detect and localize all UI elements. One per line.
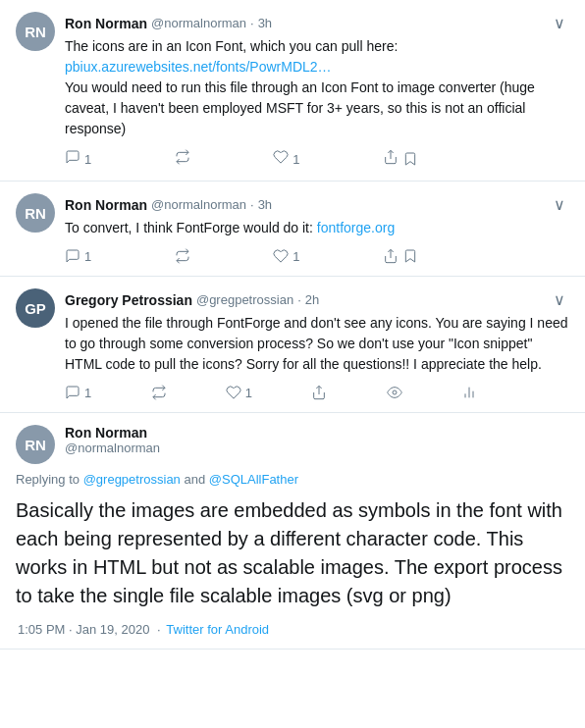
analytics-action-3[interactable] <box>461 385 477 400</box>
seen-action-3 <box>387 385 402 400</box>
tweet-handle-2: @normalnorman <box>151 197 246 212</box>
reply-icon-1 <box>65 149 80 169</box>
reply-action-2[interactable]: 1 <box>65 248 91 264</box>
tweet-content-3: Gregory Petrossian @gregpetrossian · 2h … <box>65 288 569 400</box>
tweet-header-1: Ron Norman @normalnorman · 3h ∨ <box>65 12 569 34</box>
replying-and: and <box>181 472 209 487</box>
seen-icon-3 <box>387 385 402 400</box>
tweet-timestamp: 1:05 PM · Jan 19, 2020 <box>18 622 149 637</box>
tweet-meta-3: Gregory Petrossian @gregpetrossian · 2h <box>65 292 319 308</box>
svg-point-3 <box>393 390 397 394</box>
reply-count-2: 1 <box>84 249 91 264</box>
retweet-icon-3 <box>151 385 167 400</box>
tweet-source-link[interactable]: Twitter for Android <box>166 622 269 637</box>
tweet-dot-1: · <box>250 16 254 30</box>
share-icon-1 <box>383 149 399 169</box>
large-tweet: RN Ron Norman @normalnorman Replying to … <box>0 413 585 650</box>
tweet-link-1[interactable]: pbiux.azurewebsites.net/fonts/PowrMDL2… <box>65 59 332 75</box>
replying-to-label: Replying to @gregpetrossian and @SQLAllF… <box>16 472 569 487</box>
reply-count-1: 1 <box>84 152 91 167</box>
tweet-text-1: The icons are in an Icon Font, which you… <box>65 36 569 139</box>
reply-icon-2 <box>65 248 80 264</box>
footer-dot: · <box>157 622 164 637</box>
like-count-1: 1 <box>292 152 299 167</box>
reply-action-1[interactable]: 1 <box>65 149 91 169</box>
tweet-text-3: I opened the file through FontForge and … <box>65 313 569 375</box>
tweet-menu-btn-1[interactable]: ∨ <box>550 12 569 34</box>
tweet-time-1: 3h <box>258 16 272 30</box>
tweet-menu-btn-3[interactable]: ∨ <box>550 288 569 311</box>
tweet-time-2: 3h <box>258 197 272 212</box>
like-icon-1 <box>273 149 289 169</box>
bookmark-icon-2 <box>402 248 418 264</box>
share-action-1[interactable] <box>383 149 418 169</box>
tweet-username-3: Gregory Petrossian <box>65 292 192 308</box>
avatar-gp: GP <box>16 288 55 328</box>
tweet-actions-1: 1 1 <box>65 149 418 169</box>
like-action-3[interactable]: 1 <box>226 385 252 400</box>
share-action-2[interactable] <box>383 248 418 264</box>
like-icon-2 <box>273 248 289 264</box>
analytics-icon-3 <box>461 385 477 400</box>
tweet-actions-2: 1 1 <box>65 248 418 264</box>
tweet-content-1: Ron Norman @normalnorman · 3h ∨ The icon… <box>65 12 569 169</box>
tweet-handle-3: @gregpetrossian <box>196 292 293 307</box>
replying-link-1[interactable]: @gregpetrossian <box>83 472 181 487</box>
reply-count-3: 1 <box>84 386 91 400</box>
tweet-header-3: Gregory Petrossian @gregpetrossian · 2h … <box>65 288 569 311</box>
tweet-menu-btn-2[interactable]: ∨ <box>550 193 569 216</box>
replying-to-text: Replying to <box>16 472 83 487</box>
tweet-time-3: 2h <box>305 292 319 307</box>
retweet-action-2[interactable] <box>175 248 190 264</box>
tweet-dot-3: · <box>297 292 301 307</box>
share-action-3[interactable] <box>311 385 327 400</box>
tweet-3: GP Gregory Petrossian @gregpetrossian · … <box>0 277 585 413</box>
retweet-icon-2 <box>175 248 190 264</box>
like-action-2[interactable]: 1 <box>273 248 299 264</box>
large-tweet-meta: Ron Norman @normalnorman <box>65 425 569 455</box>
tweet-text-2: To convert, I think FontForge would do i… <box>65 218 569 238</box>
like-count-2: 1 <box>292 249 299 264</box>
tweet-1: RN Ron Norman @normalnorman · 3h ∨ The i… <box>0 0 585 182</box>
tweet-2: RN Ron Norman @normalnorman · 3h ∨ To co… <box>0 182 585 277</box>
tweet-actions-3: 1 1 <box>65 385 477 400</box>
retweet-action-3[interactable] <box>151 385 167 400</box>
large-tweet-text: Basically the images are embedded as sym… <box>16 496 569 610</box>
reply-icon-3 <box>65 385 80 400</box>
tweet-handle-1: @normalnorman <box>151 16 246 30</box>
tweet-dot-2: · <box>250 197 254 212</box>
replying-link-2[interactable]: @SQLAllFather <box>209 472 298 487</box>
tweet-meta-2: Ron Norman @normalnorman · 3h <box>65 197 272 213</box>
tweet-username-1: Ron Norman <box>65 16 147 31</box>
large-tweet-footer: 1:05 PM · Jan 19, 2020 · Twitter for And… <box>16 622 569 637</box>
avatar-ron-large[interactable]: RN <box>16 425 55 464</box>
large-tweet-handle: @normalnorman <box>65 441 569 455</box>
avatar-ron-1: RN <box>16 12 55 51</box>
tweet-content-2: Ron Norman @normalnorman · 3h ∨ To conve… <box>65 193 569 264</box>
share-icon-2 <box>383 248 399 264</box>
reply-action-3[interactable]: 1 <box>65 385 91 400</box>
like-icon-3 <box>226 385 241 400</box>
large-tweet-username: Ron Norman <box>65 425 569 441</box>
like-action-1[interactable]: 1 <box>273 149 299 169</box>
bookmark-icon-1 <box>402 151 418 167</box>
retweet-icon-1 <box>175 149 190 169</box>
like-count-3: 1 <box>245 386 252 400</box>
avatar-ron-2: RN <box>16 193 55 233</box>
share-icon-3 <box>311 385 327 400</box>
retweet-action-1[interactable] <box>175 149 190 169</box>
tweet-header-2: Ron Norman @normalnorman · 3h ∨ <box>65 193 569 216</box>
tweet-link-2[interactable]: fontforge.org <box>317 220 395 235</box>
large-tweet-header: RN Ron Norman @normalnorman <box>16 425 569 464</box>
tweet-meta-1: Ron Norman @normalnorman · 3h <box>65 16 272 31</box>
tweet-username-2: Ron Norman <box>65 197 147 213</box>
